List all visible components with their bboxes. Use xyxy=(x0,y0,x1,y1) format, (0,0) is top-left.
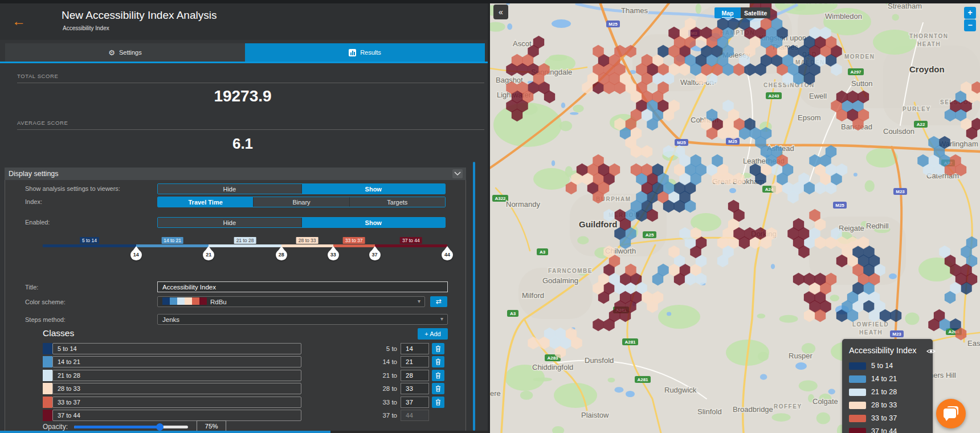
opacity-slider-thumb[interactable] xyxy=(156,423,164,431)
legend-item: 28 to 33 xyxy=(849,401,926,409)
class-color-swatch xyxy=(43,370,52,381)
class-upper-input[interactable] xyxy=(401,356,429,367)
steps-method-value: Jenks xyxy=(162,316,179,323)
toggle-row-viewer-settings: Show analysis settings to viewers:HideSh… xyxy=(0,183,490,194)
collapse-panel-button[interactable]: « xyxy=(493,5,508,19)
slider-handle-21[interactable]: 21 xyxy=(202,246,215,262)
class-label-box[interactable]: 14 to 21 xyxy=(52,356,301,367)
map-label: Ascot xyxy=(513,39,532,48)
toggle-row-index: Index:Travel TimeBinaryTargets xyxy=(0,197,490,207)
zoom-in-button[interactable]: + xyxy=(964,7,976,19)
legend-item-label: 21 to 28 xyxy=(871,388,897,396)
toggle-option-hide[interactable]: Hide xyxy=(158,184,301,194)
slider-handle-14[interactable]: 14 xyxy=(130,246,142,262)
map-label: Haslemere xyxy=(490,389,501,398)
road-badge-label: A281 xyxy=(637,377,648,382)
toggle-option-travel-time[interactable]: Travel Time xyxy=(158,197,253,207)
map-label: Slinfold xyxy=(697,407,722,416)
opacity-slider[interactable] xyxy=(74,426,188,428)
map-label: East Grinstead xyxy=(967,339,980,348)
class-label-box[interactable]: 28 to 33 xyxy=(52,383,301,394)
satellite-type-button[interactable]: Satellite xyxy=(741,7,770,18)
map-label: Epsom xyxy=(798,113,820,122)
class-color-swatch xyxy=(43,356,52,367)
zoom-out-button[interactable]: − xyxy=(964,19,976,31)
road-badge-label: M25 xyxy=(677,140,686,145)
delete-class-button[interactable] xyxy=(432,397,444,408)
opacity-label: Opacity: xyxy=(43,423,68,431)
tab-settings-label: Settings xyxy=(119,49,142,56)
slider-handle-37[interactable]: 37 xyxy=(369,246,381,262)
map-label: Coulsdon xyxy=(883,127,914,136)
delete-class-button[interactable] xyxy=(432,343,444,354)
class-from-label: 33 to xyxy=(353,397,397,408)
map-type-button[interactable]: Map xyxy=(714,7,741,18)
road-badge-label: A3 xyxy=(510,311,516,316)
legend-swatch xyxy=(849,389,866,396)
class-upper-input[interactable] xyxy=(401,383,429,394)
legend-swatch xyxy=(849,415,866,422)
chat-bubble-icon xyxy=(944,409,956,418)
map-label: Rudgwick xyxy=(664,386,697,394)
slider-handle-44[interactable]: 44 xyxy=(441,246,454,262)
slider-segment-2 xyxy=(136,244,209,247)
class-row: 5 to 145 to xyxy=(0,343,490,354)
toggle-option-hide[interactable]: Hide xyxy=(158,218,301,227)
reverse-colors-button[interactable]: ⇄ xyxy=(430,296,447,307)
toggle-option-binary[interactable]: Binary xyxy=(253,197,349,207)
color-scheme-label: Color scheme: xyxy=(25,299,66,305)
road-badge-label: A243 xyxy=(768,93,779,99)
road-badge-label: A3 xyxy=(540,250,546,255)
toggle-option-show[interactable]: Show xyxy=(301,218,446,227)
legend-item: 37 to 44 xyxy=(849,427,926,433)
back-button[interactable]: ← xyxy=(10,13,27,30)
tab-bar: ⚙ Settings Results xyxy=(5,43,485,62)
class-label-box[interactable]: 5 to 14 xyxy=(52,343,301,354)
steps-method-select[interactable]: Jenks ▾ xyxy=(157,314,448,325)
road-badge-label: A22 xyxy=(917,122,925,127)
delete-class-button[interactable] xyxy=(432,356,444,367)
horizontal-scrollbar-thumb[interactable] xyxy=(0,431,330,433)
delete-class-button[interactable] xyxy=(432,383,444,394)
map-label: Chiddingfold xyxy=(532,363,573,371)
class-from-label: 21 to xyxy=(353,370,397,381)
legend-item: 14 to 21 xyxy=(849,375,926,383)
add-class-button[interactable]: + Add xyxy=(418,328,448,340)
legend-swatch xyxy=(849,428,866,433)
horizontal-scrollbar-track[interactable] xyxy=(0,431,490,433)
toggle-group-enabled: HideShow xyxy=(157,217,446,228)
color-scheme-value: RdBu xyxy=(210,299,227,305)
total-score-label: TOTAL SCORE xyxy=(17,73,58,79)
tab-settings[interactable]: ⚙ Settings xyxy=(5,43,245,62)
chevron-down-icon[interactable] xyxy=(452,169,463,178)
class-label-box[interactable]: 33 to 37 xyxy=(52,397,301,408)
scheme-swatch xyxy=(177,297,185,305)
divider xyxy=(17,83,484,83)
color-scheme-select[interactable]: RdBu ▾ xyxy=(157,296,425,307)
slider-segment-chip: 21 to 28 xyxy=(234,237,256,244)
toggle-option-show[interactable]: Show xyxy=(301,184,446,194)
scheme-swatch xyxy=(185,297,192,305)
map-area[interactable]: M25M3M25M25M25M23M23A297A243A24A25A3A3A2… xyxy=(490,0,980,433)
slider-handle-28[interactable]: 28 xyxy=(275,246,288,262)
vertical-scrollbar-thumb[interactable] xyxy=(473,162,475,431)
chat-widget-button[interactable] xyxy=(936,399,966,428)
class-upper-input[interactable] xyxy=(401,343,429,354)
toggle-option-targets[interactable]: Targets xyxy=(349,197,445,207)
class-upper-input[interactable] xyxy=(401,370,429,381)
display-settings-header[interactable]: Display settings xyxy=(5,168,466,180)
class-label-box[interactable]: 21 to 28 xyxy=(52,370,301,381)
class-upper-input[interactable] xyxy=(401,397,429,408)
delete-class-button[interactable] xyxy=(432,370,444,381)
slider-segment-3 xyxy=(209,244,281,247)
tab-results[interactable]: Results xyxy=(245,43,485,62)
slider-handle-33[interactable]: 33 xyxy=(327,246,340,262)
class-upper-input xyxy=(401,410,429,421)
map-label: ROFFEY xyxy=(774,403,802,410)
map-label: HEATH xyxy=(917,41,941,47)
title-input[interactable] xyxy=(157,281,448,292)
class-from-label: 28 to xyxy=(353,383,397,394)
dropdown-caret-icon: ▾ xyxy=(418,298,420,304)
class-label-box[interactable]: 37 to 44 xyxy=(52,410,301,421)
class-color-swatch xyxy=(43,343,52,354)
